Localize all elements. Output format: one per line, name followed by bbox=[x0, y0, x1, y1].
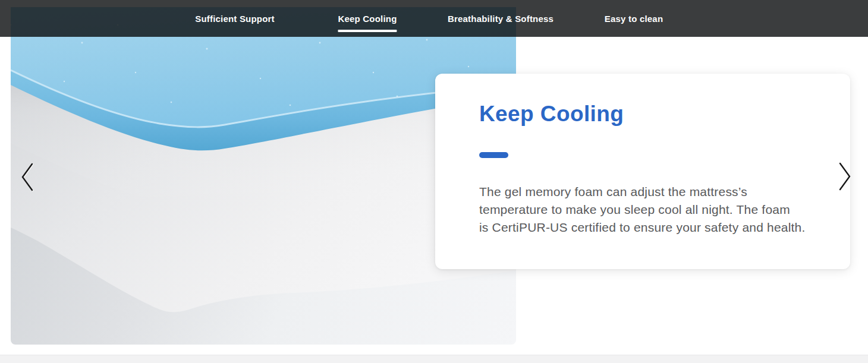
tab-label: Sufficient Support bbox=[195, 14, 275, 24]
tab-label: Breathability & Softness bbox=[448, 14, 553, 24]
description-line: The gel memory foam can adjust the mattr… bbox=[479, 183, 827, 201]
tab-breathability-softness[interactable]: Breathability & Softness bbox=[448, 0, 553, 37]
feature-card: Keep Cooling The gel memory foam can adj… bbox=[435, 74, 850, 269]
feature-tabs-bar: Sufficient Support Keep Cooling Breathab… bbox=[0, 0, 868, 37]
description-line: temperature to make you sleep cool all n… bbox=[479, 201, 827, 219]
chevron-left-icon bbox=[20, 162, 34, 192]
description-line: is CertiPUR-US certified to ensure your … bbox=[479, 219, 827, 236]
carousel-prev-button[interactable] bbox=[20, 162, 34, 192]
feature-card-description: The gel memory foam can adjust the mattr… bbox=[479, 183, 827, 236]
tab-keep-cooling[interactable]: Keep Cooling bbox=[338, 0, 397, 37]
tab-easy-to-clean[interactable]: Easy to clean bbox=[605, 0, 663, 37]
chevron-right-icon bbox=[838, 162, 852, 191]
active-tab-underline bbox=[338, 30, 397, 32]
tab-label: Keep Cooling bbox=[338, 14, 397, 24]
accent-bar bbox=[479, 152, 508, 158]
feature-card-title: Keep Cooling bbox=[479, 102, 819, 127]
tab-label: Easy to clean bbox=[605, 14, 663, 24]
feature-carousel-section: Sufficient Support Keep Cooling Breathab… bbox=[0, 0, 868, 363]
tab-sufficient-support[interactable]: Sufficient Support bbox=[195, 0, 275, 37]
next-section-divider bbox=[0, 355, 868, 363]
carousel-next-button[interactable] bbox=[838, 162, 852, 191]
